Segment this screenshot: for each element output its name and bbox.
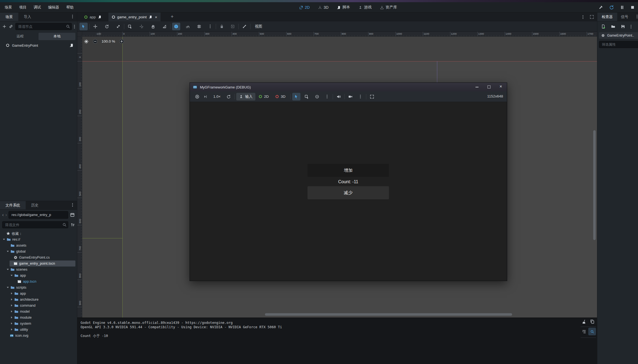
snap-menu-icon[interactable] <box>206 23 214 30</box>
caret-right-icon[interactable] <box>10 328 13 331</box>
embed-scale-button[interactable]: 1.0× <box>209 94 225 99</box>
collapse-output-icon[interactable] <box>582 329 586 334</box>
new-resource-icon[interactable] <box>601 24 605 29</box>
mode-3d-button[interactable]: 3D <box>272 94 289 99</box>
camera-menu-icon[interactable] <box>356 93 364 100</box>
pause-icon[interactable] <box>620 5 624 10</box>
fs-item-model[interactable]: model <box>0 309 77 315</box>
next-frame-icon[interactable] <box>201 93 209 100</box>
save-resource-icon[interactable] <box>621 24 625 29</box>
zoom-out-icon[interactable] <box>93 39 98 44</box>
add-node-icon[interactable] <box>2 24 7 29</box>
remote-button[interactable]: 远程 <box>2 34 39 39</box>
zoom-level[interactable]: 100.0 % <box>102 39 115 43</box>
decrease-button[interactable]: 减少 <box>308 186 389 199</box>
skeleton-options-icon[interactable] <box>240 23 249 30</box>
scene-dock-menu-icon[interactable] <box>72 15 73 18</box>
edited-object-chip[interactable]: GameEntryPoint.. <box>599 32 638 39</box>
filesystem-menu-icon[interactable] <box>72 203 73 207</box>
expand-editor-icon[interactable] <box>590 15 594 19</box>
fs-item-app[interactable]: app <box>0 291 77 297</box>
grid-snap-icon[interactable] <box>195 23 203 30</box>
fs-item-scripts[interactable]: scripts <box>0 285 77 291</box>
caret-right-icon[interactable] <box>10 310 13 313</box>
suspend-game-icon[interactable] <box>193 93 201 100</box>
filter-nodes-input[interactable] <box>15 23 72 30</box>
fs-item-command[interactable]: command <box>0 303 77 309</box>
fs-item-system[interactable]: system <box>0 321 77 327</box>
pivot-tool-icon[interactable] <box>137 23 146 30</box>
fs-item-app[interactable]: app <box>0 273 77 279</box>
stop-icon[interactable] <box>630 5 635 10</box>
sort-files-icon[interactable] <box>70 223 75 227</box>
center-view-icon[interactable] <box>84 39 89 44</box>
local-button[interactable]: 本地 <box>39 33 75 40</box>
camera-override-icon[interactable] <box>346 93 355 100</box>
list-select-icon[interactable] <box>126 23 134 30</box>
fullscreen-icon[interactable] <box>368 93 376 100</box>
restart-icon[interactable] <box>609 5 614 10</box>
scene-tree-menu-icon[interactable] <box>74 25 75 28</box>
scene-tab-game-entry-point[interactable]: game_entry_point × <box>108 13 161 21</box>
ruler-tool-icon[interactable] <box>160 23 169 30</box>
fs-item-GameEntryPoint.cs[interactable]: GameEntryPoint.cs <box>0 254 77 261</box>
path-field[interactable] <box>8 211 68 219</box>
caret-down-icon[interactable] <box>6 268 10 271</box>
mute-audio-icon[interactable] <box>335 93 343 100</box>
clear-output-icon[interactable] <box>582 319 586 324</box>
maximize-icon[interactable] <box>488 85 491 88</box>
fs-item-scenes[interactable]: scenes <box>0 267 77 273</box>
select-tool-icon[interactable] <box>79 23 88 30</box>
lock-object-icon[interactable] <box>218 23 226 30</box>
v-scrollbar[interactable] <box>593 130 596 240</box>
nav-back-icon[interactable]: ‹ <box>2 212 4 218</box>
restart-game-icon[interactable] <box>225 93 233 100</box>
workspace-3D[interactable]: 3D <box>318 5 329 10</box>
fs-item-architecture[interactable]: architecture <box>0 297 77 303</box>
load-resource-icon[interactable] <box>611 24 615 29</box>
input-mode-button[interactable]: 输入 <box>236 93 255 100</box>
caret-down-icon[interactable] <box>2 238 6 241</box>
game-window-titlebar[interactable]: MyGFrameworkGame (DEBUG) × <box>190 83 507 91</box>
search-output-button[interactable] <box>588 328 596 335</box>
attached-script-icon[interactable] <box>69 43 74 48</box>
debug-tool-icon[interactable] <box>599 5 603 10</box>
caret-down-icon[interactable] <box>10 274 13 277</box>
fs-item-game_entry_point.tscn[interactable]: game_entry_point.tscn <box>0 261 77 267</box>
caret-right-icon[interactable] <box>10 316 13 319</box>
snap-options-icon[interactable] <box>184 23 192 30</box>
workspace-脚本[interactable]: 脚本 <box>337 5 350 10</box>
new-tab-icon[interactable]: + <box>171 14 174 20</box>
tab-history[interactable]: 历史 <box>26 201 44 209</box>
resource-menu-icon[interactable] <box>631 25 631 28</box>
close-window-icon[interactable]: × <box>500 84 502 89</box>
output-log[interactable]: Godot Engine v4.6.stable.mono.official.8… <box>77 318 597 338</box>
tab-scene[interactable]: 场景 <box>0 13 18 21</box>
fs-item-module[interactable]: module <box>0 315 77 321</box>
filter-properties-input[interactable] <box>599 41 638 48</box>
view-menu-button[interactable]: 视图 <box>252 24 265 29</box>
workspace-资产库[interactable]: 资产库 <box>380 5 397 10</box>
scene-tree-root-row[interactable]: GameEntryPoint <box>0 42 77 49</box>
smart-snap-icon[interactable] <box>172 23 180 30</box>
caret-right-icon[interactable] <box>10 292 13 295</box>
caret-right-icon[interactable] <box>10 304 13 307</box>
menu-项目[interactable]: 项目 <box>16 2 30 13</box>
fs-item-app.tscn[interactable]: app.tscn <box>0 279 77 285</box>
menu-帮助[interactable]: 帮助 <box>63 2 77 13</box>
ruler-corner[interactable] <box>77 32 82 37</box>
scene-tab-app[interactable]: app <box>81 13 105 21</box>
tab-inspector[interactable]: 检查器 <box>597 13 617 21</box>
group-object-icon[interactable] <box>229 23 237 30</box>
workspace-游戏[interactable]: 游戏 <box>358 5 372 10</box>
tab-filesystem[interactable]: 文件系统 <box>0 201 26 209</box>
game-tool-menu-icon[interactable] <box>323 93 331 100</box>
script-icon[interactable] <box>149 15 152 19</box>
nav-forward-icon[interactable]: › <box>5 212 7 218</box>
caret-right-icon[interactable] <box>10 322 13 325</box>
game-list-select-icon[interactable] <box>303 93 311 100</box>
menu-调试[interactable]: 调试 <box>30 2 45 13</box>
split-mode-icon[interactable] <box>70 212 75 217</box>
fs-item-utility[interactable]: utility <box>0 327 77 333</box>
mode-2d-button[interactable]: 2D <box>255 94 272 99</box>
